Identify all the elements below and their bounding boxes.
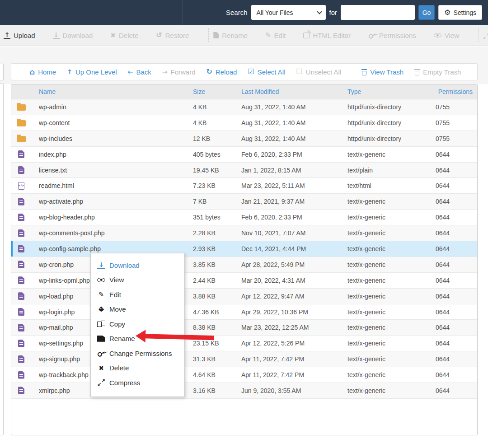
file-name: license.txt	[31, 167, 192, 174]
context-menu-item[interactable]: Delete	[91, 361, 184, 376]
nav-button-label: View Trash	[370, 68, 404, 76]
table-row[interactable]: wp-settings.php 23.15 KB Apr 12, 2022, 5…	[11, 336, 477, 351]
settings-button[interactable]: Settings	[438, 5, 482, 20]
table-row[interactable]: wp-trackback.php 4.64 KB Apr 11, 2022, 7…	[11, 367, 477, 383]
divider	[479, 28, 479, 42]
toolbar-button[interactable]: View	[434, 32, 459, 39]
toolbar-button[interactable]: HTML Editor	[303, 32, 351, 39]
file-last-modified: Dec 14, 2021, 4:44 PM	[241, 245, 347, 252]
nav-button[interactable]: Back	[128, 68, 151, 76]
file-name: wp-comments-post.php	[31, 229, 192, 237]
column-header-type[interactable]: Type	[347, 88, 436, 95]
file-type: text/x-generic	[347, 371, 436, 378]
file-permissions: 0644	[436, 324, 477, 331]
context-menu-item[interactable]: Edit	[91, 287, 184, 302]
nav-button[interactable]: View Trash	[361, 68, 404, 76]
table-row[interactable]: wp-signup.php 31.3 KB Apr 11, 2022, 7:42…	[11, 351, 477, 367]
table-row[interactable]: wp-blog-header.php 351 bytes Feb 6, 2020…	[11, 210, 477, 225]
search-scope-select[interactable]: All Your Files	[251, 5, 326, 20]
delete-icon	[110, 32, 116, 38]
doc-icon	[18, 166, 24, 174]
context-menu: Download View Edit Move Copy Rename Chan…	[90, 253, 185, 397]
column-header-last-modified[interactable]: Last Modified	[241, 88, 347, 95]
nav-button[interactable]: Up One Level	[67, 68, 117, 76]
table-row[interactable]: wp-admin 4 KB Aug 31, 2022, 1:40 AM http…	[11, 99, 477, 115]
nav-button-label: Forward	[170, 68, 195, 76]
file-last-modified: Mar 20, 2022, 4:31 AM	[241, 277, 347, 284]
toolbar-button[interactable]: Download	[53, 32, 93, 39]
search-input[interactable]	[341, 5, 415, 20]
forward-icon	[162, 69, 168, 75]
table-row[interactable]: wp-comments-post.php 2.28 KB Nov 10, 202…	[11, 225, 477, 241]
toolbar-button[interactable]: Rename	[213, 32, 248, 39]
toolbar-button[interactable]: Delete	[110, 32, 138, 39]
file-last-modified: Apr 12, 2022, 9:47 AM	[241, 293, 347, 300]
table-row[interactable]: xmlrpc.php 3.16 KB Jun 9, 2020, 3:55 AM …	[11, 383, 477, 399]
nav-button[interactable]: Empty Trash	[414, 68, 461, 76]
table-row[interactable]: readme.html 7.23 KB Mar 23, 2022, 5:11 A…	[11, 178, 477, 194]
table-body: wp-admin 4 KB Aug 31, 2022, 1:40 AM http…	[11, 99, 477, 399]
table-row[interactable]: index.php 405 bytes Feb 6, 2020, 2:33 PM…	[11, 147, 477, 163]
column-header-size[interactable]: Size	[192, 88, 241, 95]
nav-button[interactable]: Home	[29, 68, 56, 76]
file-size: 4 KB	[192, 103, 241, 111]
table-row[interactable]: wp-config-sample.php 2.93 KB Dec 14, 202…	[11, 241, 477, 257]
file-name: readme.html	[31, 182, 192, 189]
toolbar-button[interactable]: Restore	[156, 32, 189, 39]
column-header-permissions[interactable]: Permissions	[436, 88, 477, 95]
file-size: 31.3 KB	[192, 355, 241, 363]
toolbar-button[interactable]: Extract	[483, 32, 488, 39]
edit-icon	[265, 32, 271, 39]
table-row[interactable]: wp-content 4 KB Aug 31, 2022, 1:40 AM ht…	[11, 115, 477, 131]
file-permissions: 0644	[436, 167, 477, 174]
doc-icon	[18, 340, 24, 347]
file-size: 2.93 KB	[192, 245, 241, 252]
table-row[interactable]: wp-load.php 3.88 KB Apr 12, 2022, 9:47 A…	[11, 289, 477, 304]
file-size: 4.64 KB	[192, 371, 241, 378]
context-menu-item[interactable]: Download	[91, 258, 184, 273]
search-bar: Search All Your Files for Go Settings	[0, 0, 488, 25]
column-header-name[interactable]: Name	[31, 88, 192, 95]
back-icon	[128, 69, 133, 75]
nav-button-label: Home	[38, 68, 56, 76]
go-button[interactable]: Go	[418, 5, 435, 20]
gear-icon	[444, 9, 450, 16]
context-menu-item[interactable]: Compress	[91, 375, 184, 390]
file-last-modified: Mar 23, 2022, 5:11 AM	[241, 182, 347, 189]
file-permissions: 0644	[436, 214, 477, 221]
file-name: wp-activate.php	[31, 198, 192, 205]
file-size: 12 KB	[192, 135, 241, 142]
file-permissions: 0644	[436, 387, 477, 394]
nav-button[interactable]: Reload	[206, 68, 237, 76]
file-size: 351 bytes	[192, 214, 241, 221]
toolbar-button[interactable]: Upload	[4, 32, 35, 39]
toolbar-button-label: Rename	[222, 32, 248, 39]
context-menu-item[interactable]: Copy	[91, 317, 184, 331]
restore-icon	[156, 32, 162, 39]
nav-button[interactable]: Select All	[248, 68, 285, 76]
table-row[interactable]: wp-links-opml.php 2.44 KB Mar 20, 2022, …	[11, 273, 477, 289]
toolbar-button[interactable]: Permissions	[368, 32, 416, 39]
table-row[interactable]: wp-mail.php 8.38 KB Mar 23, 2022, 12:25 …	[11, 320, 477, 336]
toolbar-button-label: View	[445, 32, 459, 39]
toolbar-button[interactable]: Edit	[265, 32, 286, 39]
doc-icon	[18, 150, 24, 158]
context-menu-item[interactable]: Move	[91, 302, 184, 317]
table-row[interactable]: wp-login.php 47.36 KB Apr 29, 2022, 10:3…	[11, 304, 477, 320]
table-row[interactable]: wp-includes 12 KB Aug 31, 2022, 1:40 AM …	[11, 131, 477, 147]
file-last-modified: Aug 31, 2022, 1:40 AM	[241, 119, 347, 126]
cutoff-left-panel-top	[0, 64, 4, 80]
nav-button[interactable]: Forward	[162, 68, 196, 76]
toolbar-button-label: Permissions	[379, 32, 416, 39]
nav-button[interactable]: Unselect All	[296, 68, 342, 76]
context-menu-item[interactable]: Change Permissions	[91, 346, 184, 361]
file-last-modified: Aug 31, 2022, 1:40 AM	[241, 135, 347, 142]
settings-label: Settings	[453, 9, 476, 16]
table-row[interactable]: wp-activate.php 7 KB Jan 21, 2021, 9:37 …	[11, 194, 477, 210]
file-size: 4 KB	[192, 119, 241, 126]
context-menu-item[interactable]: View	[91, 273, 184, 288]
table-row[interactable]: wp-cron.php 3.85 KB Apr 28, 2022, 5:49 P…	[11, 257, 477, 273]
file-permissions: 0644	[436, 277, 477, 284]
table-row[interactable]: license.txt 19.45 KB Jan 1, 2022, 8:15 A…	[11, 163, 477, 178]
doc-icon	[18, 214, 24, 221]
